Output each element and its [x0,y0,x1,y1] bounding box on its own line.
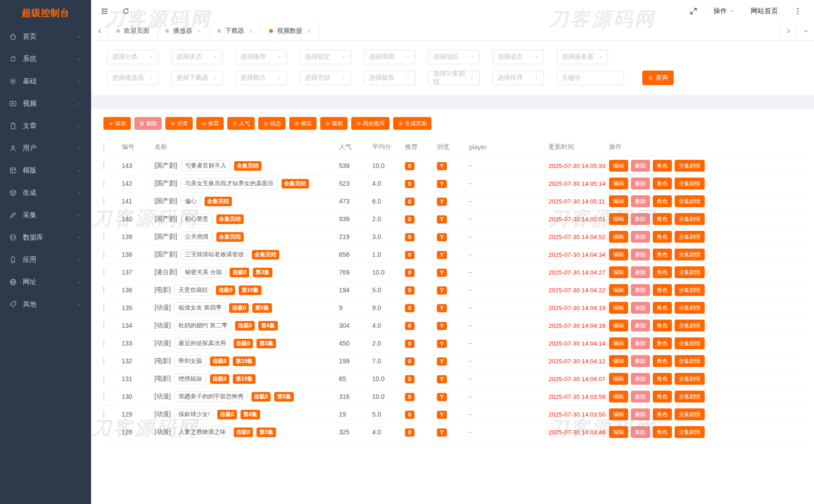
row-delete-button[interactable]: 删除 [631,373,650,385]
filter-select-2-2[interactable]: 选择下载器 [171,71,223,85]
sidebar-item-other[interactable]: 其他 [0,293,91,316]
sidebar-item-database[interactable]: 数据库 [0,226,91,249]
row-delete-button[interactable]: 删除 [631,426,650,438]
more-vert-icon[interactable] [794,7,802,15]
row-edit-button[interactable]: 编辑 [609,355,628,367]
row-role-button[interactable]: 角色 [653,355,672,367]
row-checkbox[interactable] [103,410,104,418]
site-home-link[interactable]: 网站首页 [751,7,778,15]
row-episodes-button[interactable]: 分集剧情 [675,337,705,349]
filter-select-1-3[interactable]: 选择推荐 [235,50,287,64]
row-edit-button[interactable]: 编辑 [609,408,628,420]
tab-player[interactable]: 播放器 [158,22,210,40]
row-edit-button[interactable]: 编辑 [609,195,628,207]
row-episodes-button[interactable]: 分集剧情 [675,426,705,438]
row-checkbox[interactable] [103,250,104,259]
row-role-button[interactable]: 角色 [653,266,672,278]
row-episodes-button[interactable]: 分集剧情 [675,213,705,225]
row-edit-button[interactable]: 编辑 [609,284,628,296]
row-delete-button[interactable]: 删除 [631,408,650,420]
row-checkbox[interactable] [103,304,104,312]
row-role-button[interactable]: 角色 [653,337,672,349]
row-checkbox[interactable] [103,179,104,188]
tabs-scroll-right-button[interactable] [779,22,797,40]
row-checkbox[interactable] [103,375,104,383]
filter-select-2-7[interactable]: 选择排序 [492,71,544,85]
filter-select-1-4[interactable]: 选择锁定 [300,50,351,64]
row-edit-button[interactable]: 编辑 [609,373,628,385]
row-edit-button[interactable]: 编辑 [609,213,628,225]
tabs-menu-button[interactable] [797,22,814,40]
toolbar-popularity-button[interactable]: 人气 [227,117,255,130]
row-role-button[interactable]: 角色 [653,249,672,260]
toolbar-generate-pages-button[interactable]: 生成页面 [393,117,431,130]
row-episodes-button[interactable]: 分集剧情 [675,266,705,278]
row-checkbox[interactable] [103,339,104,347]
row-episodes-button[interactable]: 分集剧情 [675,408,705,420]
row-role-button[interactable]: 角色 [653,284,672,296]
row-edit-button[interactable]: 编辑 [609,391,628,402]
tab-downloader[interactable]: 下载器 [210,22,261,40]
row-checkbox[interactable] [103,268,104,276]
row-delete-button[interactable]: 删除 [631,302,650,314]
row-delete-button[interactable]: 删除 [631,178,650,189]
sidebar-item-collect[interactable]: 采集 [0,204,91,226]
row-edit-button[interactable]: 编辑 [609,426,628,438]
tab-close-icon[interactable] [307,29,312,34]
row-delete-button[interactable]: 删除 [631,266,650,278]
fullscreen-icon[interactable] [689,7,698,15]
tab-video-data[interactable]: 视频数据 [261,22,320,40]
toolbar-copyright-button[interactable]: 版权 [320,117,348,130]
tabs-scroll-left-button[interactable] [91,22,108,40]
row-checkbox[interactable] [103,162,104,170]
sidebar-item-base[interactable]: 基础 [0,70,91,92]
sidebar-item-generate[interactable]: 生成 [0,182,91,204]
row-delete-button[interactable]: 删除 [631,337,650,349]
row-episodes-button[interactable]: 分集剧情 [675,320,705,331]
row-episodes-button[interactable]: 分集剧情 [675,302,705,314]
row-edit-button[interactable]: 编辑 [609,302,628,314]
toolbar-delete-button[interactable]: 删除 [134,117,162,130]
row-delete-button[interactable]: 删除 [631,284,650,296]
row-role-button[interactable]: 角色 [653,408,672,420]
actions-dropdown[interactable]: 操作 [713,7,735,15]
row-delete-button[interactable]: 删除 [631,320,650,331]
row-delete-button[interactable]: 删除 [631,231,650,243]
toolbar-add-button[interactable]: 添加 [103,117,131,130]
keyword-input[interactable] [557,71,624,85]
row-checkbox[interactable] [103,215,104,223]
tab-close-icon[interactable] [196,29,201,34]
row-episodes-button[interactable]: 分集剧情 [675,373,705,385]
row-checkbox[interactable] [103,286,104,294]
row-role-button[interactable]: 角色 [653,178,672,189]
toolbar-category-button[interactable]: 分类 [165,117,193,130]
row-episodes-button[interactable]: 分集剧情 [675,284,705,296]
row-checkbox[interactable] [103,197,104,205]
sidebar-item-app[interactable]: 应用 [0,249,91,271]
row-episodes-button[interactable]: 分集剧情 [675,231,705,243]
row-checkbox[interactable] [103,321,104,330]
filter-select-2-3[interactable]: 选择图片 [235,71,287,85]
row-checkbox[interactable] [103,392,104,401]
row-checkbox[interactable] [103,357,104,365]
row-episodes-button[interactable]: 分集剧情 [675,249,705,260]
row-checkbox[interactable] [103,428,104,436]
row-role-button[interactable]: 角色 [653,391,672,402]
filter-select-1-5[interactable]: 选择周期 [364,50,415,64]
row-delete-button[interactable]: 删除 [631,355,650,367]
row-delete-button[interactable]: 删除 [631,195,650,207]
row-checkbox[interactable] [103,233,104,241]
row-episodes-button[interactable]: 分集剧情 [675,160,705,172]
filter-select-1-8[interactable]: 选择服务器 [557,50,608,64]
row-delete-button[interactable]: 删除 [631,160,650,172]
sidebar-item-site[interactable]: 网址 [0,271,91,293]
filter-select-2-5[interactable]: 选择版权 [364,71,415,85]
tab-welcome[interactable]: 欢迎页面 [108,22,158,40]
select-all-checkbox[interactable] [103,143,104,151]
hamburger-icon[interactable] [100,7,109,15]
row-role-button[interactable]: 角色 [653,320,672,331]
tab-close-icon[interactable] [248,29,253,34]
row-delete-button[interactable]: 删除 [631,249,650,260]
toolbar-status-button[interactable]: 状态 [258,117,286,130]
toolbar-lock-button[interactable]: 锁定 [289,117,317,130]
